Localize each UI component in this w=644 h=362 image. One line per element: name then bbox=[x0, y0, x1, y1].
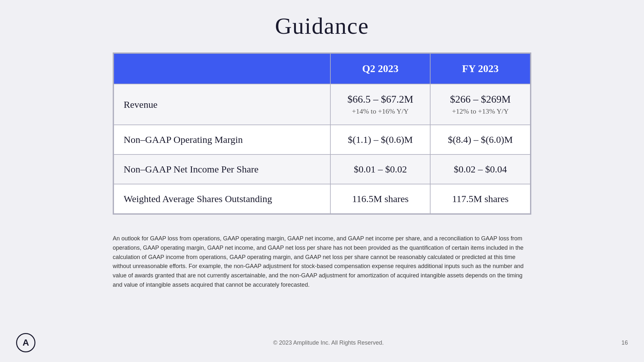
row-q2-shares: 116.5M shares bbox=[330, 184, 431, 214]
row-label-revenue: Revenue bbox=[114, 84, 330, 125]
row-fy-revenue: $266 – $269M +12% to +13% Y/Y bbox=[430, 84, 530, 125]
header-fy: FY 2023 bbox=[430, 53, 530, 84]
row-label-shares: Weighted Average Shares Outstanding bbox=[114, 184, 330, 214]
table-row: Non–GAAP Operating Margin $(1.1) – $(0.6… bbox=[114, 125, 530, 154]
footnote-text: An outlook for GAAP loss from operations… bbox=[113, 234, 531, 290]
table-row: Revenue $66.5 – $67.2M +14% to +16% Y/Y … bbox=[114, 84, 530, 125]
row-fy-shares: 117.5M shares bbox=[430, 184, 530, 214]
row-q2-operating-margin: $(1.1) – $(0.6)M bbox=[330, 125, 431, 154]
row-q2-net-income: $0.01 – $0.02 bbox=[330, 154, 431, 184]
logo: A bbox=[16, 333, 35, 352]
revenue-q2-sub: +14% to +16% Y/Y bbox=[340, 107, 421, 116]
revenue-q2-main: $66.5 – $67.2M bbox=[340, 93, 421, 105]
page-container: Guidance Q2 2023 FY 2023 Revenue $66.5 –… bbox=[0, 0, 644, 362]
table-row: Weighted Average Shares Outstanding 116.… bbox=[114, 184, 530, 214]
page-title: Guidance bbox=[275, 13, 369, 40]
table-row: Non–GAAP Net Income Per Share $0.01 – $0… bbox=[114, 154, 530, 184]
copyright: © 2023 Amplitude Inc. All Rights Reserve… bbox=[273, 339, 384, 346]
footer: A © 2023 Amplitude Inc. All Rights Reser… bbox=[0, 333, 644, 352]
row-fy-net-income: $0.02 – $0.04 bbox=[430, 154, 530, 184]
header-empty bbox=[114, 53, 330, 84]
row-label-operating-margin: Non–GAAP Operating Margin bbox=[114, 125, 330, 154]
revenue-fy-sub: +12% to +13% Y/Y bbox=[440, 107, 520, 116]
guidance-table-container: Q2 2023 FY 2023 Revenue $66.5 – $67.2M +… bbox=[113, 52, 531, 215]
row-fy-operating-margin: $(8.4) – $(6.0)M bbox=[430, 125, 530, 154]
row-label-net-income: Non–GAAP Net Income Per Share bbox=[114, 154, 330, 184]
page-number: 16 bbox=[621, 339, 628, 346]
row-q2-revenue: $66.5 – $67.2M +14% to +16% Y/Y bbox=[330, 84, 431, 125]
guidance-table: Q2 2023 FY 2023 Revenue $66.5 – $67.2M +… bbox=[113, 53, 531, 214]
header-q2: Q2 2023 bbox=[330, 53, 431, 84]
revenue-fy-main: $266 – $269M bbox=[440, 93, 520, 105]
